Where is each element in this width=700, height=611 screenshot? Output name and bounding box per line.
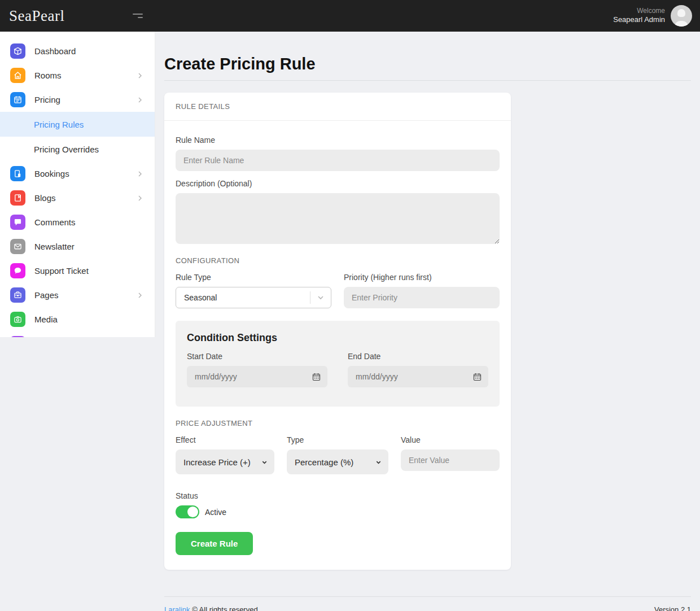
chevron-down-icon <box>261 459 268 465</box>
status-toggle[interactable] <box>176 505 199 518</box>
sidebar-item-bookings[interactable]: Bookings <box>0 162 155 186</box>
effect-value: Increase Price (+) <box>183 457 261 467</box>
title-divider <box>164 80 691 81</box>
user-avatar[interactable] <box>671 5 692 27</box>
sidebar-item-label: Dashboard <box>34 46 143 56</box>
price-adjustment-header: PRICE ADJUSTMENT <box>176 419 500 427</box>
sidebar-item-clipped[interactable] <box>0 331 155 337</box>
start-date-label: Start Date <box>187 352 327 361</box>
footer-copyright: Laralink © All rights reserved. <box>164 605 260 611</box>
chevron-right-icon <box>137 72 143 79</box>
effect-select[interactable]: Increase Price (+) <box>176 449 274 474</box>
chevron-right-icon <box>137 171 143 177</box>
calendar-icon <box>10 92 25 107</box>
end-date-placeholder: mm/dd/yyyy <box>356 372 473 381</box>
sidebar-subitem-label: Pricing Rules <box>34 120 84 129</box>
sidebar-item-blogs[interactable]: Blogs <box>0 186 155 210</box>
sidebar: Dashboard Rooms Pricing Pricing Rules Pr… <box>0 32 155 337</box>
sidebar-item-dashboard[interactable]: Dashboard <box>0 39 155 63</box>
sidebar-item-label: Rooms <box>34 71 137 80</box>
chevron-right-icon <box>137 195 143 202</box>
chevron-down-icon <box>310 294 331 302</box>
rule-name-label: Rule Name <box>176 136 500 145</box>
user-name: Seapearl Admin <box>613 15 665 25</box>
sidebar-item-pricing-overrides[interactable]: Pricing Overrides <box>0 137 155 162</box>
sidebar-item-newslatter[interactable]: Newslatter <box>0 234 155 259</box>
book-icon <box>10 190 25 206</box>
top-header: SeaPearl Welcome Seapearl Admin <box>0 0 700 32</box>
footer-link[interactable]: Laralink <box>164 605 190 611</box>
sidebar-item-pricing[interactable]: Pricing <box>0 88 155 112</box>
condition-settings-title: Condition Settings <box>187 332 488 344</box>
condition-settings-box: Condition Settings Start Date mm/dd/yyyy… <box>176 321 500 407</box>
welcome-block: Welcome Seapearl Admin <box>613 7 665 25</box>
status-label: Status <box>176 491 500 500</box>
sidebar-item-pages[interactable]: Pages <box>0 283 155 307</box>
type-label: Type <box>287 435 388 444</box>
footer-copyright-text: © All rights reserved. <box>190 605 260 611</box>
sidebar-item-label: Bookings <box>34 169 137 178</box>
home-icon <box>10 68 25 83</box>
type-select[interactable]: Percentage (%) <box>287 449 388 474</box>
page-title: Create Pricing Rule <box>164 55 691 73</box>
priority-label: Priority (Higher runs first) <box>344 273 500 282</box>
status-value: Active <box>205 508 226 517</box>
sidebar-header: SeaPearl <box>0 0 155 32</box>
header-user-area: Welcome Seapearl Admin <box>155 5 700 27</box>
chevron-down-icon <box>375 459 382 465</box>
camera-icon <box>10 312 25 327</box>
calendar-picker-icon[interactable] <box>473 373 482 381</box>
start-date-input[interactable]: mm/dd/yyyy <box>187 366 327 387</box>
clipped-icon <box>10 336 25 337</box>
sidebar-item-support-ticket[interactable]: Support Ticket <box>0 259 155 283</box>
calendar-picker-icon[interactable] <box>312 373 321 381</box>
pricing-rule-form-card: RULE DETAILS Rule Name Description (Opti… <box>164 93 511 570</box>
welcome-label: Welcome <box>613 7 665 16</box>
sidebar-item-label: Media <box>34 315 143 324</box>
type-value: Percentage (%) <box>295 457 375 467</box>
rule-type-value: Seasonal <box>176 293 310 302</box>
sidebar-item-rooms[interactable]: Rooms <box>0 63 155 88</box>
chat-icon <box>10 215 25 230</box>
description-label: Description (Optional) <box>176 179 500 188</box>
priority-input[interactable] <box>344 287 500 308</box>
create-rule-button[interactable]: Create Rule <box>176 532 253 555</box>
briefcase-icon <box>10 287 25 303</box>
chevron-right-icon <box>137 97 143 103</box>
start-date-placeholder: mm/dd/yyyy <box>195 372 312 381</box>
rule-name-input[interactable] <box>176 150 500 171</box>
page-footer: Laralink © All rights reserved. Version … <box>164 596 691 611</box>
sidebar-item-label: Pricing <box>34 95 137 104</box>
sidebar-item-comments[interactable]: Comments <box>0 210 155 234</box>
brand-logo: SeaPearl <box>9 7 64 25</box>
cube-icon <box>10 43 25 59</box>
description-textarea[interactable] <box>176 193 500 244</box>
sidebar-subitem-label: Pricing Overrides <box>34 145 99 154</box>
configuration-header: CONFIGURATION <box>176 256 500 265</box>
sidebar-item-label: Blogs <box>34 193 137 203</box>
sidebar-item-label: Pages <box>34 290 137 300</box>
value-input[interactable] <box>401 449 500 471</box>
rule-type-label: Rule Type <box>176 273 331 282</box>
end-date-input[interactable]: mm/dd/yyyy <box>348 366 488 387</box>
sidebar-item-label: Support Ticket <box>34 266 143 276</box>
main-content: Create Pricing Rule RULE DETAILS Rule Na… <box>155 32 700 611</box>
value-label: Value <box>401 435 500 444</box>
envelope-icon <box>10 239 25 254</box>
chat-icon <box>10 263 25 278</box>
footer-version: Version 2.1 <box>654 605 691 611</box>
sidebar-toggle-icon[interactable] <box>132 14 143 18</box>
chevron-right-icon <box>137 292 143 299</box>
end-date-label: End Date <box>348 352 488 361</box>
effect-label: Effect <box>176 435 274 444</box>
sidebar-item-label: Comments <box>34 217 143 227</box>
sidebar-item-media[interactable]: Media <box>0 307 155 331</box>
sidebar-item-label: Newslatter <box>34 242 143 251</box>
rule-details-header: RULE DETAILS <box>164 93 511 121</box>
booking-icon <box>10 166 25 181</box>
rule-type-select[interactable]: Seasonal <box>176 287 331 308</box>
sidebar-item-pricing-rules[interactable]: Pricing Rules <box>0 112 155 137</box>
